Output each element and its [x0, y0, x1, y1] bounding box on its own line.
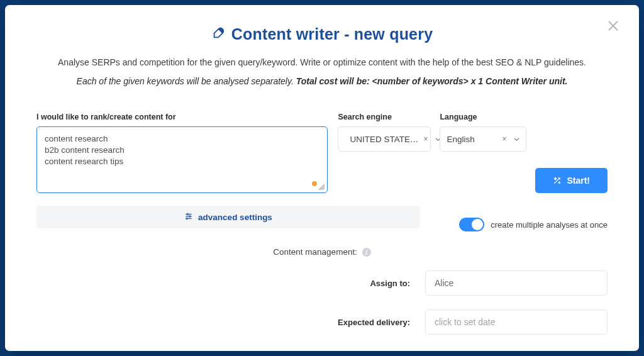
- sliders-icon: [184, 212, 193, 223]
- language-label: Language: [440, 113, 526, 121]
- search-engine-value: UNITED STATE…: [350, 135, 418, 144]
- expected-delivery-input[interactable]: click to set date: [425, 309, 608, 335]
- cost-note-prefix: Each of the given keywords will be analy…: [77, 76, 296, 86]
- modal-description: Analyse SERPs and competition for the gi…: [36, 57, 608, 67]
- resize-handle-icon[interactable]: [318, 184, 325, 190]
- keywords-label: I would like to rank/create content for: [36, 113, 328, 121]
- assign-to-input[interactable]: Alice: [425, 270, 608, 296]
- cost-note-bold: Total cost will be: <number of keywords>…: [296, 76, 568, 86]
- wand-icon: [553, 176, 562, 185]
- info-icon[interactable]: i: [362, 248, 371, 257]
- assign-to-value: Alice: [435, 278, 453, 288]
- clear-language-icon[interactable]: ×: [502, 135, 506, 143]
- feather-icon: [211, 26, 225, 43]
- start-button[interactable]: Start!: [535, 168, 608, 193]
- language-value: English: [447, 135, 474, 144]
- language-select[interactable]: English ×: [440, 126, 526, 152]
- expected-delivery-label: Expected delivery:: [291, 318, 410, 327]
- keywords-textarea[interactable]: [45, 133, 319, 186]
- search-engine-select[interactable]: UNITED STATE… ×: [338, 126, 431, 152]
- advanced-settings-button[interactable]: advanced settings: [36, 206, 420, 228]
- content-management-label: Content management:: [273, 247, 357, 257]
- content-writer-modal: Content writer - new query Analyse SERPs…: [5, 5, 639, 351]
- chevron-down-icon: [514, 136, 519, 142]
- modal-cost-note: Each of the given keywords will be analy…: [36, 76, 608, 86]
- svg-point-7: [186, 218, 187, 219]
- multiple-analyses-toggle[interactable]: [459, 218, 484, 231]
- search-engine-label: Search engine: [338, 113, 431, 121]
- start-button-label: Start!: [567, 175, 590, 186]
- svg-point-3: [187, 213, 188, 214]
- modal-title: Content writer - new query: [231, 25, 433, 43]
- close-icon[interactable]: [606, 19, 624, 36]
- svg-point-5: [189, 215, 191, 216]
- keywords-input-wrap[interactable]: [36, 126, 328, 193]
- expected-delivery-placeholder: click to set date: [435, 317, 496, 327]
- assign-to-label: Assign to:: [291, 279, 410, 288]
- toggle-knob-icon: [472, 219, 483, 230]
- multiple-analyses-label: create multiple analyses at once: [491, 220, 608, 230]
- advanced-settings-label: advanced settings: [198, 213, 272, 222]
- clear-search-engine-icon[interactable]: ×: [423, 135, 428, 143]
